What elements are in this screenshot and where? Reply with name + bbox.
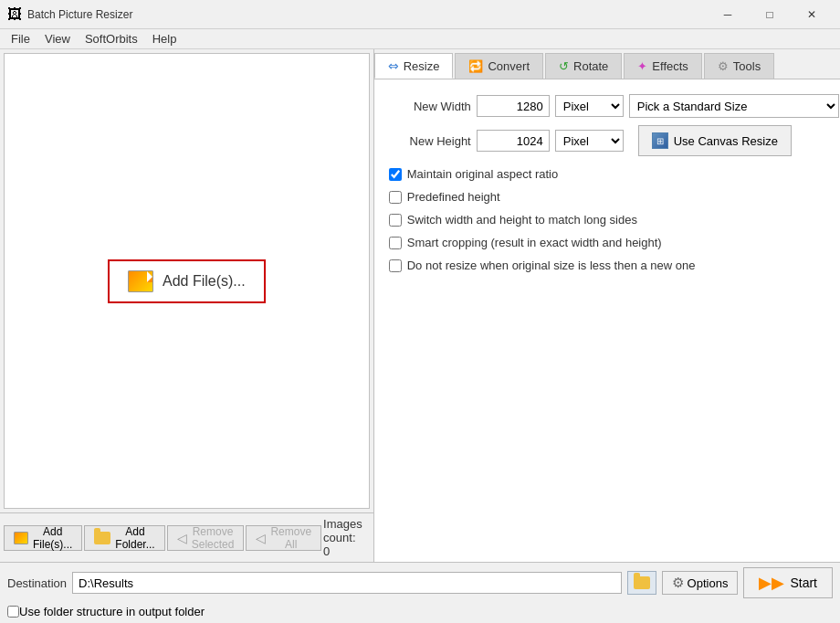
tab-convert[interactable]: 🔁 Convert xyxy=(455,53,543,79)
file-icon xyxy=(128,270,153,292)
add-folder-icon xyxy=(94,532,110,544)
titlebar: 🖼 Batch Picture Resizer ─ □ ✕ xyxy=(0,0,840,29)
remove-selected-label: Remove Selected xyxy=(192,525,235,551)
tab-resize[interactable]: ⇔ Resize xyxy=(374,53,454,79)
tab-resize-label: Resize xyxy=(404,59,440,73)
close-button[interactable]: ✕ xyxy=(791,0,833,29)
switch-wh-label: Switch width and height to match long si… xyxy=(407,213,637,227)
no-resize-checkbox[interactable] xyxy=(389,259,402,272)
maintain-aspect-label: Maintain original aspect ratio xyxy=(407,167,558,181)
add-files-label: Add File(s)... xyxy=(33,525,72,551)
tab-effects-label: Effects xyxy=(652,59,688,73)
remove-all-button[interactable]: ◁ Remove All xyxy=(246,525,321,551)
height-input[interactable] xyxy=(477,130,550,152)
switch-wh-checkbox[interactable] xyxy=(389,214,402,227)
add-files-button[interactable]: Add File(s)... xyxy=(4,525,82,551)
height-row: New Height Pixel Percent Inch Cm ⊞ Use C… xyxy=(389,125,839,156)
bottom-area: Destination ⚙ Options ▶▶ Start Use folde… xyxy=(0,562,840,623)
width-input[interactable] xyxy=(477,95,550,117)
options-gear-icon: ⚙ xyxy=(672,575,684,591)
height-unit-select[interactable]: Pixel Percent Inch Cm xyxy=(555,130,624,152)
main-area: Add File(s)... Add File(s)... Add Folder… xyxy=(0,49,840,562)
start-label: Start xyxy=(790,575,817,590)
new-width-label: New Width xyxy=(389,100,471,113)
add-folder-label: Add Folder... xyxy=(115,525,154,551)
standard-size-select[interactable]: Pick a Standard Size 640×480 800×600 102… xyxy=(629,94,839,118)
menubar: File View SoftOrbits Help xyxy=(0,29,840,49)
start-button[interactable]: ▶▶ Start xyxy=(743,567,833,598)
app-title: Batch Picture Resizer xyxy=(27,8,707,21)
canvas-resize-label: Use Canvas Resize xyxy=(674,134,778,148)
maintain-aspect-row: Maintain original aspect ratio xyxy=(389,167,839,181)
add-files-dropzone-button[interactable]: Add File(s)... xyxy=(108,259,266,303)
left-area: Add File(s)... Add File(s)... Add Folder… xyxy=(0,49,373,562)
effects-tab-icon: ✦ xyxy=(637,59,647,73)
destination-label: Destination xyxy=(7,576,67,590)
destination-input[interactable] xyxy=(72,572,622,594)
width-row: New Width Pixel Percent Inch Cm Pick a S… xyxy=(389,94,839,118)
resize-panel: New Width Pixel Percent Inch Cm Pick a S… xyxy=(374,79,840,562)
tools-tab-icon: ⚙ xyxy=(718,59,729,73)
drop-zone[interactable]: Add File(s)... xyxy=(4,53,370,509)
remove-all-label: Remove All xyxy=(270,525,311,551)
no-resize-row: Do not resize when original size is less… xyxy=(389,259,839,272)
convert-tab-icon: 🔁 xyxy=(468,59,483,73)
menu-help[interactable]: Help xyxy=(145,30,184,48)
tabs-bar: ⇔ Resize 🔁 Convert ↺ Rotate ✦ Effects ⚙ xyxy=(374,49,840,79)
remove-all-icon: ◁ xyxy=(256,531,266,545)
maintain-aspect-checkbox[interactable] xyxy=(389,168,402,181)
titlebar-controls: ─ □ ✕ xyxy=(707,0,833,29)
use-folder-checkbox[interactable] xyxy=(7,606,19,618)
remove-selected-icon: ◁ xyxy=(177,531,187,545)
checkboxes-section: Maintain original aspect ratio Predefine… xyxy=(389,167,839,272)
tab-rotate[interactable]: ↺ Rotate xyxy=(545,53,622,79)
canvas-resize-button[interactable]: ⊞ Use Canvas Resize xyxy=(638,125,792,156)
tab-tools[interactable]: ⚙ Tools xyxy=(704,53,774,79)
use-folder-row: Use folder structure in output folder xyxy=(0,603,840,623)
tab-convert-label: Convert xyxy=(488,59,530,73)
no-resize-label: Do not resize when original size is less… xyxy=(407,259,696,272)
tab-rotate-label: Rotate xyxy=(573,59,608,73)
predefined-height-checkbox[interactable] xyxy=(389,191,402,204)
smart-crop-row: Smart cropping (result in exact width an… xyxy=(389,236,839,249)
remove-selected-button[interactable]: ◁ Remove Selected xyxy=(167,525,245,551)
smart-crop-label: Smart cropping (result in exact width an… xyxy=(407,236,662,249)
app-icon: 🖼 xyxy=(7,6,22,23)
start-play-icon: ▶▶ xyxy=(759,573,784,593)
width-unit-select[interactable]: Pixel Percent Inch Cm xyxy=(555,95,624,117)
tab-effects[interactable]: ✦ Effects xyxy=(624,53,702,79)
options-label: Options xyxy=(688,576,729,590)
add-folder-button[interactable]: Add Folder... xyxy=(84,525,164,551)
menu-softorbits[interactable]: SoftOrbits xyxy=(78,30,145,48)
right-panel: ⇔ Resize 🔁 Convert ↺ Rotate ✦ Effects ⚙ xyxy=(373,49,840,562)
add-files-icon xyxy=(14,532,28,544)
menu-view[interactable]: View xyxy=(37,30,78,48)
options-button[interactable]: ⚙ Options xyxy=(662,571,739,595)
rotate-tab-icon: ↺ xyxy=(559,59,569,73)
browse-folder-icon xyxy=(634,576,650,589)
browse-folder-button[interactable] xyxy=(627,571,656,595)
new-height-label: New Height xyxy=(389,134,471,148)
resize-tab-icon: ⇔ xyxy=(388,58,399,73)
switch-wh-row: Switch width and height to match long si… xyxy=(389,213,839,227)
maximize-button[interactable]: □ xyxy=(749,0,791,29)
smart-crop-checkbox[interactable] xyxy=(389,237,402,249)
predefined-height-label: Predefined height xyxy=(407,190,500,204)
use-folder-label: Use folder structure in output folder xyxy=(19,605,205,618)
files-toolbar: Add File(s)... Add Folder... ◁ Remove Se… xyxy=(0,512,373,562)
menu-file[interactable]: File xyxy=(4,30,37,48)
minimize-button[interactable]: ─ xyxy=(707,0,749,29)
destination-row: Destination ⚙ Options ▶▶ Start xyxy=(0,563,840,603)
images-count: Images count: 0 xyxy=(323,517,370,558)
canvas-resize-icon: ⊞ xyxy=(652,132,668,149)
tab-tools-label: Tools xyxy=(733,59,761,73)
add-files-dropzone-label: Add File(s)... xyxy=(163,273,246,290)
predefined-height-row: Predefined height xyxy=(389,190,839,204)
app-window: 🖼 Batch Picture Resizer ─ □ ✕ File View … xyxy=(0,0,840,623)
